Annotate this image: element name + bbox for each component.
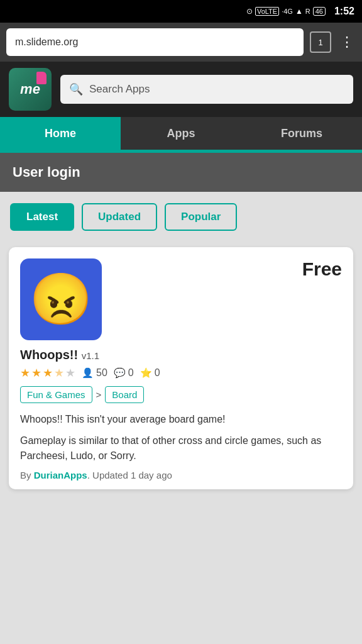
comments-count-value: 0 bbox=[128, 367, 134, 379]
status-bar: ⊙ VoLTE ·4G ▲ R 46 1:52 bbox=[0, 0, 362, 23]
app-icon-image: 😠 bbox=[30, 274, 92, 325]
signal-icon: ⊙ bbox=[246, 7, 253, 16]
rating-count-value: 50 bbox=[96, 367, 107, 379]
roaming-icon: R bbox=[305, 8, 310, 15]
star-icon: ⭐ bbox=[140, 367, 152, 379]
star-5: ★ bbox=[65, 366, 75, 380]
battery-icon: 46 bbox=[313, 7, 326, 16]
search-placeholder: Search Apps bbox=[89, 83, 150, 96]
site-logo[interactable]: me bbox=[9, 68, 52, 111]
app-name: Whoops!! v1.1 bbox=[20, 348, 342, 362]
favs-count-value: 0 bbox=[155, 367, 160, 379]
app-title: Whoops!! bbox=[20, 348, 78, 362]
card-top: 😠 Free bbox=[20, 258, 342, 340]
rating-row: ★ ★ ★ ★ ★ 👤 50 💬 0 ⭐ 0 bbox=[20, 366, 342, 380]
browser-menu-button[interactable]: ⋮ bbox=[337, 34, 356, 50]
url-bar[interactable]: m.slideme.org bbox=[6, 28, 304, 56]
comments-count: 💬 0 bbox=[114, 367, 134, 379]
tab-count-button[interactable]: 1 bbox=[310, 31, 331, 53]
status-icons: ⊙ VoLTE ·4G ▲ R 46 bbox=[246, 7, 326, 16]
favs-count: ⭐ 0 bbox=[140, 367, 160, 379]
app-desc-line2: Gameplay is similar to that of other cro… bbox=[20, 433, 342, 464]
rating-count: 👤 50 bbox=[82, 367, 107, 379]
star-4: ★ bbox=[54, 366, 64, 380]
user-login-bar: User login bbox=[0, 153, 362, 192]
price-label: Free bbox=[302, 258, 342, 280]
nav-tabs: Home Apps Forums bbox=[0, 117, 362, 150]
comment-icon: 💬 bbox=[114, 367, 126, 379]
app-desc-line1: Whoops!! This isn't your average board g… bbox=[20, 412, 342, 427]
search-bar[interactable]: 🔍 Search Apps bbox=[60, 75, 353, 104]
star-3: ★ bbox=[43, 366, 53, 380]
category-fun-games[interactable]: Fun & Games bbox=[20, 386, 92, 403]
tab-forums[interactable]: Forums bbox=[241, 117, 362, 150]
volte-icon: VoLTE bbox=[255, 7, 279, 16]
site-header: me 🔍 Search Apps bbox=[0, 62, 362, 117]
person-icon: 👤 bbox=[82, 367, 94, 379]
filter-row: Latest Updated Popular bbox=[0, 192, 362, 242]
updated-text: Updated 1 day ago bbox=[92, 470, 172, 480]
tab-count-label: 1 bbox=[318, 38, 322, 47]
status-time: 1:52 bbox=[334, 6, 354, 17]
tab-apps[interactable]: Apps bbox=[121, 117, 241, 150]
star-2: ★ bbox=[31, 366, 41, 380]
user-login-title: User login bbox=[13, 164, 80, 180]
filter-popular-button[interactable]: Popular bbox=[165, 203, 237, 231]
filter-latest-button[interactable]: Latest bbox=[10, 203, 74, 231]
search-icon: 🔍 bbox=[69, 82, 83, 96]
app-version: v1.1 bbox=[82, 350, 99, 361]
category-separator: > bbox=[96, 389, 102, 400]
logo-note-decoration bbox=[36, 72, 47, 84]
url-text: m.slideme.org bbox=[15, 36, 78, 48]
developer-link[interactable]: DurianApps bbox=[34, 470, 87, 480]
tab-home[interactable]: Home bbox=[0, 117, 121, 150]
signal-bars-icon: ▲ bbox=[295, 7, 303, 16]
stars: ★ ★ ★ ★ ★ bbox=[20, 366, 75, 380]
browser-bar: m.slideme.org 1 ⋮ bbox=[0, 23, 362, 62]
category-board[interactable]: Board bbox=[105, 386, 144, 403]
star-1: ★ bbox=[20, 366, 30, 380]
4g-icon: ·4G bbox=[282, 8, 293, 15]
app-icon[interactable]: 😠 bbox=[20, 258, 102, 340]
category-row: Fun & Games > Board bbox=[20, 386, 342, 403]
app-description: Whoops!! This isn't your average board g… bbox=[20, 412, 342, 464]
app-card: 😠 Free Whoops!! v1.1 ★ ★ ★ ★ ★ 👤 50 💬 0 … bbox=[9, 247, 353, 489]
app-footer: By DurianApps. Updated 1 day ago bbox=[20, 470, 342, 480]
filter-updated-button[interactable]: Updated bbox=[82, 203, 157, 231]
